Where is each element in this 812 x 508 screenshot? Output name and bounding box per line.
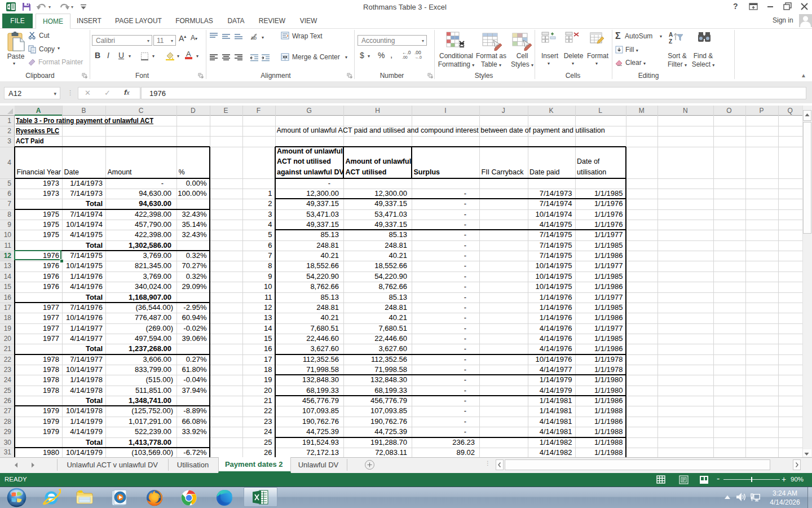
svg-text:.00: .00 <box>414 50 421 55</box>
svg-text:Z: Z <box>669 38 672 45</box>
svg-text:A: A <box>669 32 673 38</box>
svg-text:←.0: ←.0 <box>402 50 411 55</box>
svg-text:→.0: →.0 <box>414 55 422 59</box>
svg-text:ab: ab <box>251 35 257 41</box>
svg-text:.00: .00 <box>402 55 408 59</box>
